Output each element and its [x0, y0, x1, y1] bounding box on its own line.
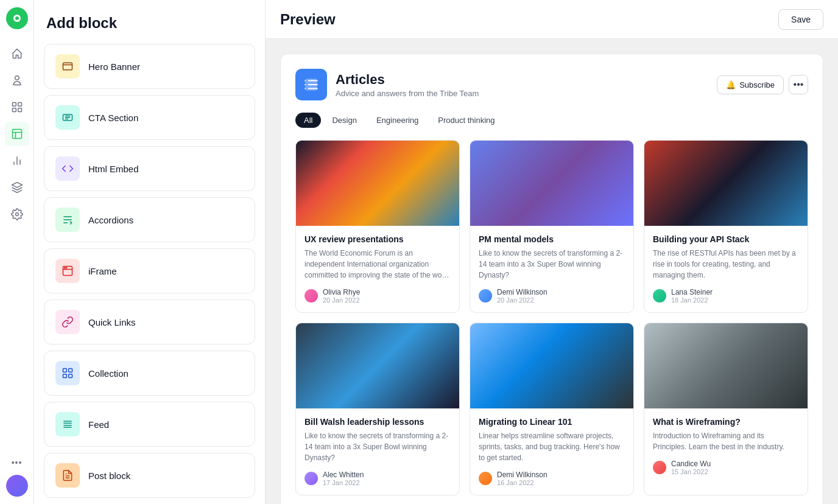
block-label-post-block: Post block	[88, 471, 130, 481]
preview-title: Preview	[280, 11, 778, 28]
block-item-hero-banner[interactable]: Hero Banner	[44, 44, 255, 89]
filter-tab-all[interactable]: All	[295, 113, 321, 128]
articles-title: Articles	[336, 72, 479, 88]
svg-point-12	[66, 267, 67, 268]
block-item-accordions[interactable]: Accordions	[44, 197, 255, 242]
user-avatar[interactable]	[6, 475, 28, 497]
block-icon-hero-banner	[55, 54, 80, 79]
author-name: Olivia Rhye	[323, 288, 360, 296]
article-card[interactable]: What is Wireframing? Introduction to Wir…	[644, 323, 808, 495]
article-card[interactable]: UX review presentations The World Econom…	[295, 140, 460, 313]
article-author: Olivia Rhye 20 Jan 2022	[305, 288, 451, 304]
articles-info: Articles Advice and answers from the Tri…	[295, 69, 479, 100]
author-avatar	[305, 289, 318, 303]
save-button[interactable]: Save	[778, 9, 823, 30]
author-date: 20 Jan 2022	[497, 296, 548, 304]
article-image	[470, 141, 633, 226]
sidebar-users-icon[interactable]	[5, 68, 29, 93]
filter-tabs: AllDesignEngineeringProduct thinking	[295, 113, 808, 128]
article-excerpt: Linear helps streamline software project…	[479, 430, 625, 463]
more-options-button[interactable]: •••	[789, 75, 808, 94]
article-author: Alec Whitten 17 Jan 2022	[305, 471, 451, 486]
svg-rect-14	[69, 369, 72, 373]
block-label-iframe: iFrame	[88, 266, 117, 276]
svg-rect-2	[12, 103, 16, 107]
article-author: Candice Wu 15 Jan 2022	[653, 460, 799, 475]
block-item-html-embed[interactable]: Html Embed	[44, 146, 255, 191]
article-card[interactable]: Migrating to Linear 101 Linear helps str…	[470, 323, 634, 495]
article-body: Bill Walsh leadership lessons Like to kn…	[296, 408, 459, 495]
article-title: Migrating to Linear 101	[479, 417, 625, 427]
sidebar-content-icon[interactable]	[5, 95, 29, 119]
articles-icon	[295, 69, 327, 100]
author-date: 18 Jan 2022	[671, 296, 713, 304]
article-title: PM mental models	[479, 234, 625, 244]
author-avatar	[305, 472, 318, 485]
author-date: 16 Jan 2022	[497, 479, 548, 486]
preview-area: Articles Advice and answers from the Tri…	[266, 39, 838, 504]
sidebar-analytics-icon[interactable]	[5, 149, 29, 173]
author-name: Demi Wilkinson	[497, 471, 548, 479]
author-name: Lana Steiner	[671, 288, 713, 296]
svg-rect-16	[69, 374, 72, 378]
add-block-panel: Add block Hero Banner CTA Section Html E…	[34, 0, 266, 504]
sidebar-settings-icon[interactable]	[5, 202, 29, 226]
header: Preview Save	[266, 0, 838, 39]
block-item-cta-section[interactable]: CTA Section	[44, 95, 255, 140]
block-item-quick-links[interactable]: Quick Links	[44, 299, 255, 345]
article-excerpt: Like to know the secrets of transforming…	[479, 248, 625, 281]
articles-grid: UX review presentations The World Econom…	[295, 140, 808, 495]
block-icon-quick-links	[55, 310, 80, 334]
articles-description: Advice and answers from the Tribe Team	[336, 89, 479, 98]
author-date: 15 Jan 2022	[671, 468, 711, 475]
preview-card: Articles Advice and answers from the Tri…	[280, 54, 823, 504]
article-body: UX review presentations The World Econom…	[296, 226, 459, 312]
bell-icon: 🔔	[726, 80, 736, 89]
author-avatar	[479, 472, 492, 485]
author-date: 17 Jan 2022	[323, 479, 364, 486]
article-image	[644, 141, 808, 226]
block-icon-feed	[55, 412, 80, 436]
author-date: 20 Jan 2022	[323, 296, 360, 304]
article-card[interactable]: PM mental models Like to know the secret…	[470, 140, 634, 313]
article-image	[296, 141, 459, 226]
subscribe-button[interactable]: 🔔 Subscribe	[717, 75, 784, 94]
block-item-collection[interactable]: Collection	[44, 351, 255, 396]
article-card[interactable]: Building your API Stack The rise of REST…	[644, 140, 808, 313]
filter-tab-engineering[interactable]: Engineering	[368, 113, 427, 128]
block-label-feed: Feed	[88, 419, 109, 430]
svg-rect-5	[18, 108, 21, 112]
block-icon-html-embed	[55, 156, 80, 181]
author-name: Demi Wilkinson	[497, 288, 548, 296]
block-label-quick-links: Quick Links	[88, 317, 136, 327]
block-label-accordions: Accordions	[88, 215, 133, 225]
sidebar-home-icon[interactable]	[5, 41, 29, 66]
block-icon-collection	[55, 361, 80, 385]
sidebar: •••	[0, 0, 34, 504]
block-item-iframe[interactable]: iFrame	[44, 248, 255, 293]
svg-rect-4	[12, 108, 16, 112]
sidebar-more-button[interactable]: •••	[12, 458, 23, 467]
block-item-post-block[interactable]: Post block	[44, 453, 255, 498]
author-avatar	[653, 461, 666, 474]
sidebar-layout-icon[interactable]	[5, 122, 29, 146]
filter-tab-product-thinking[interactable]: Product thinking	[429, 113, 503, 128]
add-block-title: Add block	[44, 15, 255, 32]
article-image	[296, 323, 459, 408]
filter-tab-design[interactable]: Design	[323, 113, 365, 128]
sidebar-layers-icon[interactable]	[5, 175, 29, 200]
block-label-cta-section: CTA Section	[88, 113, 138, 123]
block-icon-iframe	[55, 259, 80, 283]
block-icon-cta-section	[55, 105, 80, 130]
logo-button[interactable]	[6, 7, 28, 29]
article-title: UX review presentations	[305, 234, 451, 244]
article-author: Lana Steiner 18 Jan 2022	[653, 288, 799, 304]
article-title: Bill Walsh leadership lessons	[305, 417, 451, 427]
svg-point-11	[65, 267, 66, 268]
block-label-collection: Collection	[88, 368, 129, 379]
svg-rect-6	[12, 130, 21, 139]
svg-rect-3	[18, 103, 21, 107]
article-card[interactable]: Bill Walsh leadership lessons Like to kn…	[295, 323, 460, 495]
block-item-feed[interactable]: Feed	[44, 402, 255, 447]
articles-header: Articles Advice and answers from the Tri…	[295, 69, 808, 100]
